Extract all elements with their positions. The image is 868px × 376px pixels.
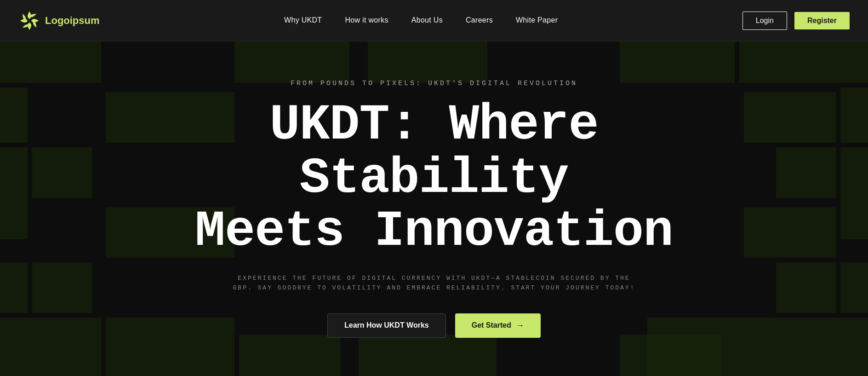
bg-block xyxy=(32,262,92,313)
get-started-label: Get Started xyxy=(472,321,511,330)
nav-link-how-it-works[interactable]: How it works xyxy=(345,16,388,24)
nav-link-white-paper[interactable]: White Paper xyxy=(516,16,558,24)
bg-block xyxy=(840,147,868,239)
nav-item-how-it-works[interactable]: How it works xyxy=(345,16,388,25)
bg-block xyxy=(840,87,868,143)
nav-item-white-paper[interactable]: White Paper xyxy=(516,16,558,25)
bg-block xyxy=(776,147,836,198)
bg-block xyxy=(620,41,735,83)
bg-block xyxy=(744,92,836,143)
hero-title-line1: UKDT: Where Stability xyxy=(269,96,598,207)
nav-item-careers[interactable]: Careers xyxy=(466,16,493,25)
hero-content: FROM POUNDS TO PIXELS: UKDT'S DIGITAL RE… xyxy=(158,80,710,337)
bg-block xyxy=(0,87,28,143)
nav-links: Why UKDT How it works About Us Careers W… xyxy=(284,16,558,25)
bg-block xyxy=(0,262,28,313)
bg-block xyxy=(0,41,101,83)
bg-block xyxy=(32,147,92,198)
nav-link-about-us[interactable]: About Us xyxy=(411,16,443,24)
hero-title-line2: Meets Innovation xyxy=(195,202,673,260)
bg-block xyxy=(744,207,836,258)
bg-block xyxy=(234,41,349,83)
bg-block xyxy=(0,147,28,239)
nav-item-why-ukdt[interactable]: Why UKDT xyxy=(284,16,322,25)
nav-link-careers[interactable]: Careers xyxy=(466,16,493,24)
navbar: Logoipsum Why UKDT How it works About Us… xyxy=(0,0,868,41)
bg-block xyxy=(239,335,340,376)
bg-block xyxy=(368,41,487,83)
bg-block xyxy=(776,262,836,313)
logo-link[interactable]: Logoipsum xyxy=(18,10,100,32)
learn-button[interactable]: Learn How UKDT Works xyxy=(327,313,446,338)
register-button[interactable]: Register xyxy=(794,12,850,29)
hero-buttons: Learn How UKDT Works Get Started → xyxy=(327,313,541,338)
logo-text: Logoipsum xyxy=(45,15,100,27)
bg-block xyxy=(739,318,868,376)
bg-block xyxy=(0,318,101,376)
hero-eyebrow: FROM POUNDS TO PIXELS: UKDT'S DIGITAL RE… xyxy=(291,80,577,87)
nav-actions: Login Register xyxy=(742,12,850,30)
bg-block xyxy=(739,41,868,83)
arrow-icon: → xyxy=(516,321,524,330)
bg-block xyxy=(359,335,497,376)
nav-item-about-us[interactable]: About Us xyxy=(411,16,443,25)
hero-subtitle: EXPERIENCE THE FUTURE OF DIGITAL CURRENC… xyxy=(227,274,641,293)
get-started-button[interactable]: Get Started → xyxy=(455,313,541,338)
nav-link-why-ukdt[interactable]: Why UKDT xyxy=(284,16,322,24)
bg-block xyxy=(620,335,721,376)
bg-block xyxy=(840,262,868,313)
hero-section: FROM POUNDS TO PIXELS: UKDT'S DIGITAL RE… xyxy=(0,41,868,376)
hero-title: UKDT: Where Stability Meets Innovation xyxy=(158,98,710,258)
login-button[interactable]: Login xyxy=(742,12,787,30)
logo-icon xyxy=(18,10,40,32)
